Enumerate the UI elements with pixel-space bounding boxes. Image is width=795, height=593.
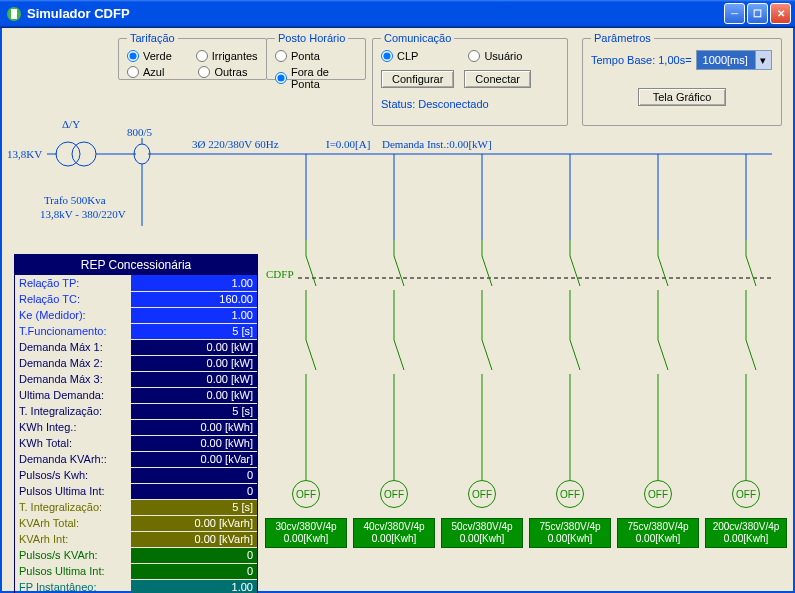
svg-point-4 (72, 142, 96, 166)
load-box: 75cv/380V/4p0.00[Kwh] (529, 518, 611, 548)
rep-panel: REP Concessionária Relação TP:1.00Relaçã… (14, 254, 258, 593)
rep-row-label: KVArh Total: (15, 515, 131, 531)
rep-row-label: KVArh Int: (15, 531, 131, 547)
load-line2: 0.00[Kwh] (460, 533, 504, 545)
window-title: Simulador CDFP (27, 6, 724, 21)
load-box: 75cv/380V/4p0.00[Kwh] (617, 518, 699, 548)
load-box: 200cv/380V/4p0.00[Kwh] (705, 518, 787, 548)
rep-row-label: KWh Integ.: (15, 419, 131, 435)
rep-row-value: 160.00 (131, 291, 257, 307)
svg-point-3 (56, 142, 80, 166)
rep-row: Pulsos Ultima Int:0 (15, 563, 257, 579)
rep-row-value: 0.00 [kW] (131, 371, 257, 387)
maximize-button[interactable]: ☐ (747, 3, 768, 24)
rep-row: T. Integralização:5 [s] (15, 499, 257, 515)
rep-row: KWh Integ.:0.00 [kWh] (15, 419, 257, 435)
svg-line-44 (658, 340, 668, 370)
load-line2: 0.00[Kwh] (372, 533, 416, 545)
svg-line-13 (306, 256, 316, 286)
rep-row-value: 1.00 (131, 307, 257, 323)
rep-row-value: 5 [s] (131, 499, 257, 515)
rep-row-label: Ke (Medidor): (15, 307, 131, 323)
rep-row-label: T.Funcionamento: (15, 323, 131, 339)
svg-line-48 (746, 256, 756, 286)
rep-row-value: 0.00 [kVarh] (131, 531, 257, 547)
rep-row-value: 0 (131, 467, 257, 483)
feeders (306, 154, 756, 480)
rep-row-value: 5 [s] (131, 323, 257, 339)
svg-line-23 (394, 340, 404, 370)
delta-y-label: Δ/Y (62, 118, 80, 130)
close-button[interactable]: ✕ (770, 3, 791, 24)
rep-row: KVArh Int:0.00 [kVarh] (15, 531, 257, 547)
load-box: 30cv/380V/4p0.00[Kwh] (265, 518, 347, 548)
svg-line-27 (482, 256, 492, 286)
rep-row-label: Pulsos/s KVArh: (15, 547, 131, 563)
rep-row-label: T. Integralização: (15, 499, 131, 515)
rep-row: FP Instantâneo:1.00 (15, 579, 257, 593)
off-badge[interactable]: OFF (380, 480, 408, 508)
rep-row-value: 0 (131, 563, 257, 579)
rep-row: KVArh Total:0.00 [kVarh] (15, 515, 257, 531)
load-line1: 30cv/380V/4p (275, 521, 336, 533)
svg-line-41 (658, 256, 668, 286)
current-label: I=0.00[A] (326, 138, 370, 150)
svg-line-37 (570, 340, 580, 370)
rep-title: REP Concessionária (15, 255, 257, 275)
rep-row: Demanda Máx 1:0.00 [kW] (15, 339, 257, 355)
rep-row-value: 0.00 [kW] (131, 339, 257, 355)
rep-row-value: 0.00 [kVar] (131, 451, 257, 467)
rep-row: Ke (Medidor):1.00 (15, 307, 257, 323)
rep-row: Demanda Máx 2:0.00 [kW] (15, 355, 257, 371)
load-line1: 75cv/380V/4p (627, 521, 688, 533)
rep-row: T.Funcionamento:5 [s] (15, 323, 257, 339)
rep-row: Pulsos Ultima Int:0 (15, 483, 257, 499)
cdfp-label: CDFP (266, 268, 294, 280)
load-line1: 200cv/380V/4p (713, 521, 780, 533)
rep-row-value: 0.00 [kWh] (131, 435, 257, 451)
rep-row-label: T. Integralização: (15, 403, 131, 419)
off-badge[interactable]: OFF (732, 480, 760, 508)
svg-point-6 (134, 144, 150, 164)
titlebar: Simulador CDFP ─ ☐ ✕ (0, 0, 795, 28)
svg-line-16 (306, 340, 316, 370)
off-badge[interactable]: OFF (644, 480, 672, 508)
rep-row-label: Relação TC: (15, 291, 131, 307)
rep-row-label: Pulsos Ultima Int: (15, 563, 131, 579)
load-line1: 40cv/380V/4p (363, 521, 424, 533)
svg-line-34 (570, 256, 580, 286)
rep-row: Demanda KVArh::0.00 [kVar] (15, 451, 257, 467)
rep-row-value: 0 (131, 483, 257, 499)
trafo-line1: Trafo 500Kva (44, 194, 106, 206)
rep-row-label: FP Instantâneo: (15, 579, 131, 593)
minimize-button[interactable]: ─ (724, 3, 745, 24)
rep-row: Pulsos/s Kwh:0 (15, 467, 257, 483)
svg-line-51 (746, 340, 756, 370)
rep-row-value: 0.00 [kVarh] (131, 515, 257, 531)
rep-row-value: 0.00 [kW] (131, 387, 257, 403)
rep-row: Relação TP:1.00 (15, 275, 257, 291)
load-box: 50cv/380V/4p0.00[Kwh] (441, 518, 523, 548)
rep-row-label: Pulsos/s Kwh: (15, 467, 131, 483)
off-badge[interactable]: OFF (292, 480, 320, 508)
svg-rect-1 (11, 9, 17, 19)
load-line1: 50cv/380V/4p (451, 521, 512, 533)
off-badge[interactable]: OFF (468, 480, 496, 508)
svg-line-30 (482, 340, 492, 370)
rep-row-value: 1.00 (131, 579, 257, 593)
rep-row-value: 0 (131, 547, 257, 563)
load-line2: 0.00[Kwh] (284, 533, 328, 545)
rep-row: Pulsos/s KVArh:0 (15, 547, 257, 563)
off-badge[interactable]: OFF (556, 480, 584, 508)
app-icon (6, 6, 22, 22)
rep-row-label: Ultima Demanda: (15, 387, 131, 403)
svg-line-20 (394, 256, 404, 286)
load-box: 40cv/380V/4p0.00[Kwh] (353, 518, 435, 548)
ct-ratio-label: 800/5 (127, 126, 153, 138)
rep-row-label: KWh Total: (15, 435, 131, 451)
load-line1: 75cv/380V/4p (539, 521, 600, 533)
voltage-in-label: 13,8KV (7, 148, 42, 160)
load-line2: 0.00[Kwh] (636, 533, 680, 545)
rep-row-label: Demanda Máx 2: (15, 355, 131, 371)
rep-table: Relação TP:1.00Relação TC:160.00Ke (Medi… (15, 275, 257, 593)
